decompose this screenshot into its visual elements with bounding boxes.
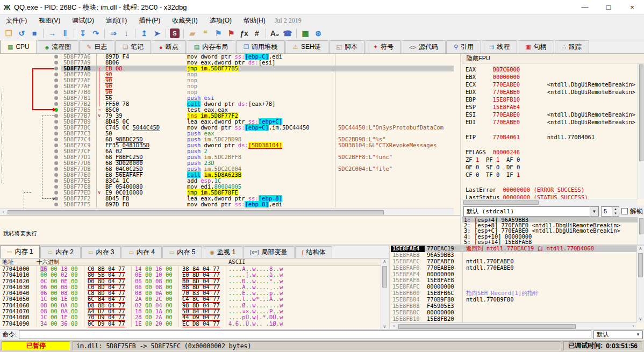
restart-icon[interactable]: ↺ xyxy=(15,27,28,39)
registers-vscrollbar[interactable] xyxy=(638,63,644,199)
trace-into-icon[interactable]: ↓ xyxy=(120,27,133,39)
register-row[interactable]: EAX 007C6000 xyxy=(466,66,638,73)
breakpoint-dot[interactable] xyxy=(54,90,58,94)
step-into-icon[interactable]: ↧ xyxy=(76,27,89,39)
registers-hscrollbar[interactable] xyxy=(462,199,638,205)
breakpoint-dot[interactable] xyxy=(54,67,58,70)
register-row[interactable]: EBP 15E8FB10 xyxy=(466,96,638,103)
breakpoint-dot[interactable] xyxy=(54,179,58,183)
tab-struct[interactable]: ∫结构体 xyxy=(295,246,333,258)
scylla-icon[interactable]: S xyxy=(170,28,180,38)
step-over-icon[interactable]: ↷ xyxy=(89,27,102,39)
register-row[interactable]: LastStatus 00000000 (STATUS_SUCCESS) xyxy=(466,193,638,199)
tab-seh-chain[interactable]: ⚠SEH链 xyxy=(285,40,328,53)
labels-icon[interactable]: ⚑ xyxy=(212,27,225,39)
assembler-icon[interactable]: A₂ xyxy=(268,27,281,39)
menu-item[interactable]: 视图(V) xyxy=(33,15,66,26)
breakpoint-dot[interactable] xyxy=(54,138,58,141)
breakpoint-dot[interactable] xyxy=(54,114,58,118)
register-row[interactable]: CF 0 TF 0 IF 1 xyxy=(466,171,638,178)
close-debuggee-icon[interactable]: ■ xyxy=(28,27,41,39)
dump-vscrollbar[interactable]: ∧ ∨ xyxy=(381,258,388,330)
register-row[interactable]: EDX 770EABE0 <ntdll.DbgUiRemoteBreakin> xyxy=(466,88,638,96)
register-row[interactable]: EDI 770EABE0 <ntdll.DbgUiRemoteBreakin> xyxy=(466,118,638,126)
run-icon[interactable]: → xyxy=(46,27,59,39)
scroll-thumb[interactable] xyxy=(463,200,539,205)
command-script-select[interactable]: 默认 ▼ xyxy=(593,331,643,339)
breakpoint-dot[interactable] xyxy=(54,191,58,195)
unlock-checkbox[interactable] xyxy=(621,208,628,214)
register-row[interactable]: EIP 770B4061 ntdll.770B4061 xyxy=(466,133,638,141)
close-button[interactable]: × xyxy=(620,0,644,15)
tab-dump-5[interactable]: ▭内存 5 xyxy=(162,246,202,258)
breakpoint-dot[interactable] xyxy=(54,155,58,159)
breakpoint-dot[interactable] xyxy=(54,185,58,189)
tab-dump-4[interactable]: ▭内存 4 xyxy=(121,246,161,258)
breakpoint-dot[interactable] xyxy=(54,132,58,135)
register-row[interactable]: OF 0 SF 0 DF 0 xyxy=(466,163,638,171)
tab-call-stack[interactable]: ❐调用堆栈 xyxy=(236,40,285,53)
minimize-button[interactable]: — xyxy=(573,0,597,15)
stack-row[interactable]: 15E8FAE896A59BB3 xyxy=(391,252,636,258)
tab-memory-map[interactable]: ▤内存布局 xyxy=(187,40,235,53)
breakpoint-dot[interactable] xyxy=(54,84,58,88)
stack-row[interactable]: 15E8FAEC770EABE0ntdll.770EABE0 xyxy=(391,258,636,265)
menu-item[interactable]: 调试(D) xyxy=(66,15,100,26)
breakpoint-dot[interactable] xyxy=(54,96,58,100)
tab-notes[interactable]: ❏笔记 xyxy=(115,40,151,53)
tab-breakpoints[interactable]: ●断点 xyxy=(152,40,186,53)
stack-row[interactable]: 15E8FB1015E8FB20 xyxy=(391,316,636,322)
functions-icon[interactable]: ƒx xyxy=(238,27,251,39)
stack-row[interactable]: 15E8FAF0770EABE0ntdll.770EABE0 xyxy=(391,265,636,271)
arg-count-stepper[interactable]: 5 ▲▼ xyxy=(601,206,619,217)
dump-row[interactable]: 7704109034 00 36 000C D9 04 771E 00 20 0… xyxy=(0,321,380,327)
breakpoint-dot[interactable] xyxy=(54,55,58,59)
execute-till-return-icon[interactable]: ↥ xyxy=(138,27,151,39)
spin-down-icon[interactable]: ▼ xyxy=(612,211,619,216)
notify-icon[interactable]: ☎ xyxy=(281,27,294,39)
breakpoint-dot[interactable] xyxy=(54,102,58,106)
register-gap[interactable] xyxy=(466,141,638,148)
breakpoint-dot[interactable] xyxy=(54,61,58,64)
tab-dump-2[interactable]: ▭内存 2 xyxy=(40,246,80,258)
tab-watch-1[interactable]: ◉监视 1 xyxy=(203,246,242,258)
comments-icon[interactable]: ❝ xyxy=(199,27,212,39)
menu-item[interactable]: 文件(F) xyxy=(0,15,33,26)
register-row[interactable]: EFLAGS 00000246 xyxy=(466,148,638,156)
breakpoint-dot[interactable] xyxy=(54,78,58,82)
scroll-thumb[interactable] xyxy=(398,324,576,329)
breakpoint-dot[interactable] xyxy=(54,197,58,200)
spin-up-icon[interactable]: ▲ xyxy=(612,207,619,212)
register-gap[interactable] xyxy=(466,126,638,133)
command-input[interactable] xyxy=(19,331,591,339)
arguments-vscrollbar[interactable] xyxy=(638,217,644,245)
bookmarks-icon[interactable]: ⚑ xyxy=(225,27,238,39)
tab-references[interactable]: ⚲引用 xyxy=(446,40,481,53)
patches-icon[interactable]: ▰ xyxy=(186,27,199,39)
chevron-down-icon[interactable]: ▼ xyxy=(590,207,598,216)
tab-dump-3[interactable]: ▭内存 3 xyxy=(81,246,121,258)
breakpoint-dot[interactable] xyxy=(54,108,58,112)
maximize-button[interactable]: □ xyxy=(597,0,620,15)
disassembly-hscrollbar[interactable]: ‹ xyxy=(0,209,454,215)
breakpoint-dot[interactable] xyxy=(54,203,58,206)
register-row[interactable]: EBX 00000000 xyxy=(466,73,638,81)
tab-source[interactable]: <>源代码 xyxy=(402,40,446,53)
tab-log[interactable]: ✎日志 xyxy=(79,40,115,53)
open-file-icon[interactable]: ❒ xyxy=(2,27,15,39)
breakpoint-dot[interactable] xyxy=(54,167,58,171)
register-gap[interactable] xyxy=(466,178,638,186)
register-row[interactable]: ESI 770EABE0 <ntdll.DbgUiRemoteBreakin> xyxy=(466,111,638,118)
hash-icon[interactable]: # xyxy=(251,27,263,39)
breakpoint-dot[interactable] xyxy=(54,149,58,153)
stack-vscrollbar[interactable]: ∧ ∨ xyxy=(636,246,644,322)
calling-convention-select[interactable]: 默认 (stdcall) ▼ xyxy=(463,206,599,217)
tab-dump-1[interactable]: ▭内存 1 xyxy=(0,245,40,258)
tab-graph[interactable]: ♣流程图 xyxy=(38,40,78,53)
disasm-row[interactable]: 5D8F77F5897D F8mov dword ptr ss:[ebp-8],… xyxy=(0,202,454,207)
breakpoint-dot[interactable] xyxy=(54,143,58,147)
switch-thread-icon[interactable]: ➤ xyxy=(151,27,163,39)
menu-item[interactable]: 插件(P) xyxy=(133,15,166,26)
tab-locals[interactable]: [x=]局部变量 xyxy=(243,246,294,258)
scroll-thumb[interactable] xyxy=(8,210,384,214)
